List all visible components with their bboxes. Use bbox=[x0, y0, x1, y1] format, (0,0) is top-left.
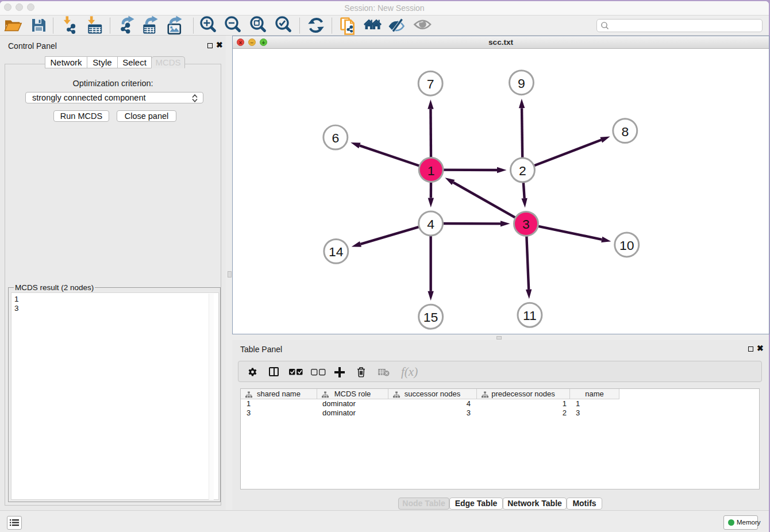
svg-text:11: 11 bbox=[523, 308, 537, 323]
svg-text:1: 1 bbox=[428, 163, 435, 178]
svg-text:15: 15 bbox=[424, 310, 438, 325]
svg-text:6: 6 bbox=[332, 130, 339, 145]
svg-text:3: 3 bbox=[522, 217, 530, 232]
svg-text:7: 7 bbox=[427, 76, 434, 91]
svg-text:2: 2 bbox=[519, 163, 526, 178]
svg-text:14: 14 bbox=[329, 244, 344, 259]
svg-text:9: 9 bbox=[518, 76, 525, 91]
svg-text:10: 10 bbox=[619, 238, 634, 253]
svg-text:4: 4 bbox=[427, 217, 434, 232]
svg-text:8: 8 bbox=[621, 124, 629, 139]
